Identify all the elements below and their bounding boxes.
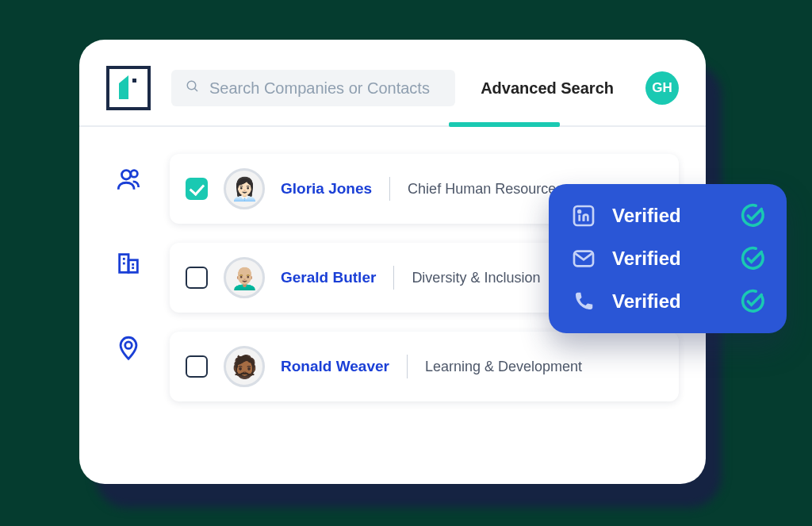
verified-row-email: Verified <box>569 244 766 273</box>
contact-title: Learning & Development <box>425 359 582 375</box>
verified-label: Verified <box>612 248 725 270</box>
row-checkbox[interactable] <box>186 267 208 289</box>
location-icon <box>115 334 142 364</box>
check-icon <box>739 202 766 229</box>
contact-name: Gerald Butler <box>281 269 376 286</box>
people-icon <box>115 166 142 196</box>
svg-point-14 <box>578 210 580 213</box>
contact-title: Chief Human Resources <box>408 181 563 198</box>
svg-point-4 <box>131 171 138 178</box>
svg-rect-6 <box>128 260 137 273</box>
divider <box>407 355 408 378</box>
verified-label: Verified <box>612 205 725 227</box>
check-icon <box>739 245 766 272</box>
svg-point-11 <box>125 342 132 349</box>
advanced-search-link[interactable]: Advanced Search <box>476 79 619 98</box>
contact-row[interactable]: 🧔🏾 Ronald Weaver Learning & Development <box>170 332 679 401</box>
row-checkbox[interactable] <box>186 178 208 200</box>
search-icon <box>186 79 200 98</box>
svg-point-3 <box>122 171 131 179</box>
active-tab-indicator <box>449 122 560 127</box>
verified-row-phone: Verified <box>569 287 766 316</box>
mail-icon <box>569 244 598 273</box>
contact-avatar: 👨🏼‍🦲 <box>224 257 265 298</box>
sidebar <box>106 154 151 401</box>
verified-popup: Verified Verified Verified <box>549 184 787 333</box>
phone-icon <box>569 287 598 316</box>
contact-name: Gloria Jones <box>281 180 372 198</box>
row-checkbox[interactable] <box>186 355 208 378</box>
header-divider <box>79 125 706 127</box>
divider <box>389 177 390 201</box>
search-input[interactable] <box>209 79 441 98</box>
verified-label: Verified <box>612 290 725 313</box>
app-logo[interactable] <box>106 66 151 110</box>
svg-point-1 <box>187 81 196 90</box>
sidebar-item-location[interactable] <box>113 333 144 365</box>
sidebar-item-companies[interactable] <box>113 249 144 281</box>
contact-name: Ronald Weaver <box>281 358 389 375</box>
verified-row-linkedin: Verified <box>569 202 766 230</box>
user-avatar[interactable]: GH <box>645 71 679 105</box>
contact-title: Diversity & Inclusion <box>412 270 540 286</box>
linkedin-icon <box>569 202 598 230</box>
sidebar-item-people[interactable] <box>113 165 144 197</box>
header: Advanced Search GH <box>106 63 679 113</box>
search-field[interactable] <box>171 70 455 106</box>
divider <box>393 266 394 290</box>
contact-avatar: 👩🏻‍💼 <box>224 168 265 209</box>
svg-rect-0 <box>132 79 136 83</box>
check-icon <box>739 288 766 315</box>
svg-line-2 <box>194 88 197 91</box>
building-icon <box>115 250 142 280</box>
contact-avatar: 🧔🏾 <box>224 346 265 387</box>
